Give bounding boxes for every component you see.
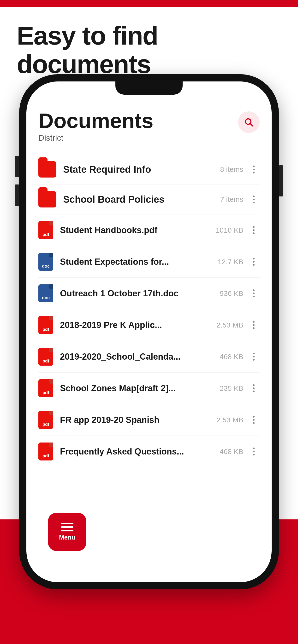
more-options-button[interactable] <box>248 290 260 297</box>
list-item[interactable]: pdf School Zones Map[draft 2]... 235 KB <box>38 372 260 404</box>
dot <box>253 416 255 418</box>
menu-button[interactable]: Menu <box>48 513 86 551</box>
header-text: Documents District <box>38 110 153 142</box>
documents-subtitle: District <box>38 133 153 142</box>
dot <box>253 226 255 228</box>
documents-title: Documents <box>38 110 153 131</box>
list-item[interactable]: State Required Info 8 items <box>38 154 260 184</box>
pdf-icon: pdf <box>38 442 53 460</box>
more-options-button[interactable] <box>248 448 260 456</box>
list-item[interactable]: pdf Frequently Asked Questions... 468 KB <box>38 436 260 467</box>
dot <box>253 321 255 323</box>
item-name: FR app 2019-20 Spanish <box>60 415 212 425</box>
item-meta: 8 items <box>220 165 243 174</box>
dot <box>253 296 255 297</box>
dot <box>253 232 255 234</box>
list-item[interactable]: pdf Student Handbooks.pdf 1010 KB <box>38 214 260 246</box>
dot <box>253 290 255 291</box>
item-meta: 936 KB <box>220 290 243 298</box>
dot <box>253 258 255 260</box>
dot <box>253 166 255 167</box>
item-name: State Required Info <box>63 164 215 175</box>
search-button[interactable] <box>238 112 260 133</box>
more-options-button[interactable] <box>248 196 260 204</box>
phone-frame: Documents District State Required Info <box>19 74 279 590</box>
more-options-button[interactable] <box>248 353 260 360</box>
menu-line <box>61 523 73 524</box>
status-bar <box>0 0 298 7</box>
dot <box>253 196 255 197</box>
menu-label: Menu <box>59 534 75 541</box>
more-options-button[interactable] <box>248 384 260 392</box>
screen-content: Documents District State Required Info <box>26 98 272 582</box>
dot <box>253 419 255 421</box>
item-name: Student Expectations for... <box>60 257 213 267</box>
dot <box>253 359 255 360</box>
pdf-icon: pdf <box>38 379 53 397</box>
item-info: 2019-2020_School_Calenda... <box>60 352 215 362</box>
dot <box>253 353 255 354</box>
svg-line-1 <box>250 124 253 126</box>
list-item[interactable]: doc Student Expectations for... 12.7 KB <box>38 246 260 278</box>
more-options-button[interactable] <box>248 321 260 329</box>
item-meta: 7 items <box>220 195 243 204</box>
dot <box>253 292 255 294</box>
item-info: School Zones Map[draft 2]... <box>60 383 215 394</box>
item-info: Student Expectations for... <box>60 257 213 267</box>
search-icon <box>244 117 254 127</box>
dot <box>253 356 255 358</box>
item-name: Outreach 1 October 17th.doc <box>60 288 215 298</box>
item-info: Student Handbooks.pdf <box>60 225 211 235</box>
more-options-button[interactable] <box>248 166 260 174</box>
dot <box>253 448 255 449</box>
item-meta: 2.53 MB <box>216 321 243 329</box>
folder-icon <box>38 161 56 178</box>
phone-notch <box>115 82 183 95</box>
dot <box>253 324 255 326</box>
dot <box>253 202 255 204</box>
item-meta: 235 KB <box>220 384 243 392</box>
volume-down-button <box>15 184 19 206</box>
list-item[interactable]: doc Outreach 1 October 17th.doc 936 KB <box>38 278 260 309</box>
more-options-button[interactable] <box>248 416 260 424</box>
hamburger-icon <box>61 523 73 532</box>
list-item[interactable]: pdf 2018-2019 Pre K Applic... 2.53 MB <box>38 309 260 341</box>
dot <box>253 390 255 392</box>
item-name: Frequently Asked Questions... <box>60 446 215 457</box>
item-info: State Required Info <box>63 164 215 175</box>
dot <box>253 422 255 424</box>
item-meta: 468 KB <box>220 353 243 361</box>
item-name: 2018-2019 Pre K Applic... <box>60 320 212 330</box>
item-meta: 468 KB <box>220 448 243 456</box>
dot <box>253 384 255 386</box>
documents-list: State Required Info 8 items School Board… <box>38 154 260 467</box>
dot <box>253 229 255 231</box>
dot <box>253 327 255 329</box>
more-options-button[interactable] <box>248 258 260 266</box>
page-title: Easy to find documents <box>17 22 298 78</box>
phone-screen: Documents District State Required Info <box>26 82 272 582</box>
item-info: School Board Policies <box>63 194 215 205</box>
dot <box>253 261 255 262</box>
item-info: 2018-2019 Pre K Applic... <box>60 320 212 330</box>
dot <box>253 169 255 170</box>
doc-icon: doc <box>38 284 53 302</box>
doc-icon: doc <box>38 253 53 271</box>
item-meta: 1010 KB <box>216 226 243 234</box>
pdf-icon: pdf <box>38 348 53 366</box>
pdf-icon: pdf <box>38 316 53 334</box>
pdf-icon: pdf <box>38 411 53 429</box>
item-name: Student Handbooks.pdf <box>60 225 211 235</box>
dot <box>253 172 255 174</box>
item-meta: 12.7 KB <box>218 258 243 266</box>
list-item[interactable]: School Board Policies 7 items <box>38 184 260 214</box>
item-info: Outreach 1 October 17th.doc <box>60 288 215 298</box>
pdf-icon: pdf <box>38 221 53 239</box>
menu-line <box>61 530 73 532</box>
dot <box>253 198 255 200</box>
list-item[interactable]: pdf 2019-2020_School_Calenda... 468 KB <box>38 341 260 372</box>
menu-line <box>61 526 73 528</box>
list-item[interactable]: pdf FR app 2019-20 Spanish 2.53 MB <box>38 404 260 436</box>
more-options-button[interactable] <box>248 226 260 234</box>
item-meta: 2.53 MB <box>216 416 243 424</box>
